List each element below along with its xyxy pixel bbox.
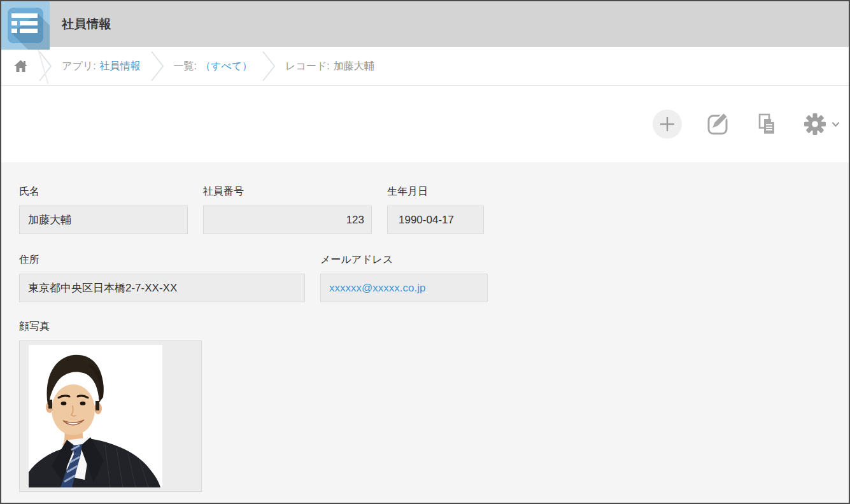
field-label: 生年月日 (387, 186, 484, 197)
settings-menu-button[interactable] (803, 112, 840, 136)
record-detail: 氏名 加藤大輔 社員番号 123 生年月日 1990-04-17 住所 東京都中… (1, 162, 849, 503)
field-address: 住所 東京都中央区日本橋2-7-XX-XX (19, 254, 305, 302)
field-name: 氏名 加藤大輔 (19, 186, 188, 234)
edit-icon (706, 112, 730, 136)
edit-record-button[interactable] (706, 112, 730, 136)
field-employee-number: 社員番号 123 (203, 186, 372, 234)
breadcrumb-view-link[interactable]: （すべて） (201, 60, 252, 73)
record-toolbar (1, 86, 849, 162)
breadcrumb-app-link[interactable]: 社員情報 (100, 60, 141, 73)
breadcrumb-view: 一覧: （すべて） (174, 60, 253, 73)
breadcrumb-view-prefix: 一覧: (174, 60, 197, 73)
email-link[interactable]: xxxxxx@xxxxx.co.jp (329, 282, 425, 295)
field-label: メールアドレス (320, 254, 488, 265)
field-value-birthdate: 1990-04-17 (387, 206, 484, 234)
app-icon[interactable] (1, 1, 50, 50)
app-header: 社員情報 (1, 1, 849, 47)
duplicate-record-button[interactable] (754, 112, 779, 136)
page-title: 社員情報 (62, 16, 111, 32)
portrait-photo[interactable] (29, 345, 162, 487)
field-photo: 顔写真 (19, 321, 202, 492)
breadcrumb-separator-icon (260, 50, 277, 83)
home-icon[interactable] (13, 59, 29, 74)
copy-icon (754, 112, 779, 136)
breadcrumb-record-name: 加藤大輔 (334, 60, 374, 73)
field-label: 社員番号 (203, 186, 372, 197)
field-label: 住所 (19, 254, 305, 265)
breadcrumb: アプリ: 社員情報 一覧: （すべて） レコード: 加藤大輔 (1, 47, 849, 86)
breadcrumb-record-prefix: レコード: (285, 60, 330, 73)
breadcrumb-record: レコード: 加藤大輔 (285, 60, 374, 73)
field-value-email: xxxxxx@xxxxx.co.jp (320, 274, 488, 302)
gear-icon (803, 112, 827, 136)
breadcrumb-separator-icon (149, 50, 166, 83)
field-value-name: 加藤大輔 (19, 206, 188, 234)
add-record-button[interactable] (653, 109, 682, 139)
field-label: 顔写真 (19, 321, 202, 332)
field-value-employee-number: 123 (203, 206, 372, 234)
breadcrumb-app: アプリ: 社員情報 (62, 60, 141, 73)
field-birthdate: 生年月日 1990-04-17 (387, 186, 484, 234)
field-email: メールアドレス xxxxxx@xxxxx.co.jp (320, 254, 488, 302)
photo-field-box (19, 340, 202, 492)
field-label: 氏名 (19, 186, 188, 197)
app-window: 社員情報 アプリ: 社員情報 一覧: （すべて） (0, 0, 850, 504)
chevron-down-icon (832, 122, 840, 127)
breadcrumb-app-prefix: アプリ: (62, 60, 96, 73)
plus-icon (659, 116, 676, 132)
field-value-address: 東京都中央区日本橋2-7-XX-XX (19, 274, 305, 302)
